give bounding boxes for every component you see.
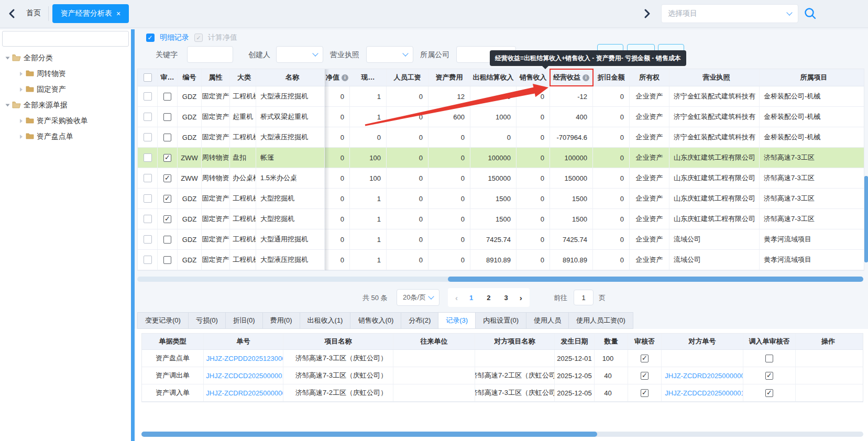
page-size-select[interactable]: 20条/页 <box>397 289 440 306</box>
import-audited-checkbox[interactable] <box>765 389 773 397</box>
doc-number-link[interactable]: JHJZ-ZCPDD2025123000 <box>206 355 283 362</box>
search-icon[interactable] <box>804 7 817 20</box>
other-doc-link[interactable]: JHJZ-ZCDCD2025000001 <box>665 389 743 397</box>
header-cell-sale_income[interactable]: 销售收入 <box>517 69 550 86</box>
table-row[interactable]: GDZ固定资产工程机械大型挖掘机01001500015000企业资产山东庆虹建筑… <box>138 189 864 209</box>
audit-checkbox[interactable] <box>163 195 171 203</box>
detail-tab[interactable]: 分布(2) <box>401 312 438 329</box>
header-cell-attr[interactable]: 属性 <box>202 69 230 86</box>
forward-chevron-icon[interactable] <box>640 7 653 20</box>
header-cell-audit[interactable]: 审… <box>158 69 178 86</box>
license-select[interactable] <box>366 46 413 63</box>
table-row[interactable]: GDZ固定资产工程机械大型液压挖掘机0101200-120企业资产济宁金虹装配式… <box>138 86 864 107</box>
header-cell-ownership[interactable]: 所有权 <box>630 69 669 86</box>
record-header-cell[interactable]: 单号 <box>204 334 283 349</box>
row-checkbox[interactable] <box>144 215 152 223</box>
record-row[interactable]: 资产盘点单JHJZ-ZCPDD2025123000济邹高速7-3工区（庆虹公司）… <box>142 350 863 367</box>
audit-checkbox[interactable] <box>163 256 171 264</box>
table-row[interactable]: GDZ固定资产工程机械大型液压挖掘机000000-707964.60企业资产济宁… <box>138 127 864 148</box>
detail-tab[interactable]: 内租设置(0) <box>476 312 526 329</box>
row-checkbox[interactable] <box>144 235 152 244</box>
record-header-cell[interactable]: 数量 <box>595 334 628 349</box>
caret-collapsed-icon[interactable] <box>20 119 23 123</box>
header-cell-wage[interactable]: 人员工资 <box>387 69 428 86</box>
audit-checkbox[interactable] <box>163 154 171 162</box>
import-audited-checkbox[interactable] <box>765 355 773 362</box>
record-header-cell[interactable]: 操作 <box>796 334 861 349</box>
audit-checkbox[interactable] <box>163 174 171 182</box>
header-cell-code[interactable]: 编号 <box>178 69 202 86</box>
calc-net-checkbox[interactable] <box>194 34 203 42</box>
audited-checkbox[interactable] <box>641 372 649 380</box>
select-all-checkbox[interactable] <box>144 73 152 82</box>
detail-tab[interactable]: 费用(0) <box>263 312 300 329</box>
record-row[interactable]: 资产调出单JHJZ-ZCDCD2025000001济邹高速7-3工区（庆虹公司）… <box>142 367 863 384</box>
tree-item[interactable]: 资产采购验收单 <box>0 113 131 129</box>
next-page-icon[interactable]: › <box>520 293 522 302</box>
doc-number-link[interactable]: JHJZ-ZCDRD2025000000 <box>206 389 283 397</box>
record-row[interactable]: 资产调入单JHJZ-ZCDRD2025000000济邹高速7-2工区（庆虹公司）… <box>142 384 863 402</box>
row-checkbox[interactable] <box>144 174 152 182</box>
detail-tab[interactable]: 变更记录(0) <box>137 312 189 329</box>
table-row[interactable]: GDZ固定资产工程机械大型液压挖掘机01008910.8908910.890企业… <box>138 250 864 270</box>
audit-checkbox[interactable] <box>163 93 171 101</box>
header-cell-license[interactable]: 营业执照 <box>669 69 760 86</box>
import-audited-checkbox[interactable] <box>765 372 773 380</box>
tree-item[interactable]: 资产盘点单 <box>0 129 131 145</box>
header-cell-rent_income[interactable]: 出租结算收入 <box>470 69 517 86</box>
audit-checkbox[interactable] <box>163 113 171 121</box>
goto-page-input[interactable] <box>574 290 594 305</box>
tree-search-input[interactable] <box>2 31 129 47</box>
row-checkbox[interactable] <box>144 153 152 162</box>
tab-home[interactable]: 首页 <box>26 8 41 18</box>
audit-checkbox[interactable] <box>163 134 171 141</box>
header-cell-net[interactable]: 净值i <box>325 69 350 86</box>
detail-tab[interactable]: 使用人员工资(0) <box>569 312 633 329</box>
detail-tab[interactable]: 折旧(0) <box>226 312 263 329</box>
tree-item[interactable]: 周转物资 <box>0 66 131 82</box>
prev-page-icon[interactable]: ‹ <box>455 293 458 302</box>
header-cell-expense[interactable]: 资产费用 <box>428 69 470 86</box>
record-header-cell[interactable]: 项目名称 <box>283 334 393 349</box>
detail-record-checkbox[interactable] <box>146 34 155 42</box>
detail-tab[interactable]: 亏损(0) <box>189 312 226 329</box>
page-number[interactable]: 1 <box>469 294 473 302</box>
row-checkbox[interactable] <box>144 194 152 203</box>
detail-tab[interactable]: 销售收入(0) <box>350 312 401 329</box>
detail-tab[interactable]: 使用人员 <box>526 312 569 329</box>
tree-item[interactable]: 固定资产 <box>0 82 131 97</box>
audit-checkbox[interactable] <box>163 236 171 244</box>
audited-checkbox[interactable] <box>641 355 649 362</box>
header-cell-depreciation[interactable]: 折旧金额 <box>593 69 630 86</box>
record-header-cell[interactable]: 发生日期 <box>555 334 595 349</box>
table-v-scrollbar-thumb[interactable] <box>864 176 868 262</box>
panel-splitter[interactable] <box>131 29 135 441</box>
back-chevron-icon[interactable] <box>6 7 19 20</box>
caret-collapsed-icon[interactable] <box>20 135 23 139</box>
caret-collapsed-icon[interactable] <box>20 72 23 76</box>
row-checkbox[interactable] <box>144 133 152 141</box>
project-select[interactable]: 选择项目 <box>661 4 798 23</box>
h-scrollbar-thumb[interactable] <box>448 277 863 282</box>
header-cell-profit[interactable]: 经营收益i <box>550 69 593 86</box>
row-checkbox[interactable] <box>144 113 152 121</box>
table-row[interactable]: ZWW周转物资办公桌椅1.5米办公桌01000015000001500000企业… <box>138 168 864 189</box>
doc-number-link[interactable]: JHJZ-ZCDCD2025000001 <box>206 372 283 380</box>
detail-tab[interactable]: 出租收入(1) <box>300 312 351 329</box>
table-row[interactable]: GDZ固定资产工程机械大型通用挖掘机01007425.7407425.740企业… <box>138 229 864 250</box>
tree-item[interactable]: 全部来源单据 <box>0 97 131 113</box>
tab-asset-analysis[interactable]: 资产经营分析表 × <box>52 4 129 23</box>
other-doc-link[interactable]: JHJZ-ZCDRD2025000000 <box>665 372 743 380</box>
record-scrollbar-thumb[interactable] <box>141 432 597 437</box>
table-row[interactable]: ZWW周转物资盘扣帐篷01000010000001000000企业资产山东庆虹建… <box>138 148 864 168</box>
table-row[interactable]: GDZ固定资产工程机械大型挖掘机01001500015000企业资产山东庆虹建筑… <box>138 209 864 229</box>
page-number[interactable]: 2 <box>487 294 490 302</box>
keyword-input[interactable] <box>187 46 233 63</box>
caret-expanded-icon[interactable] <box>6 104 10 107</box>
header-cell-category[interactable]: 大类 <box>230 69 256 86</box>
row-checkbox[interactable] <box>144 256 152 264</box>
close-icon[interactable]: × <box>116 9 120 18</box>
detail-tab[interactable]: 记录(3) <box>438 312 476 329</box>
record-header-cell[interactable]: 单据类型 <box>142 334 204 349</box>
audited-checkbox[interactable] <box>641 389 649 397</box>
